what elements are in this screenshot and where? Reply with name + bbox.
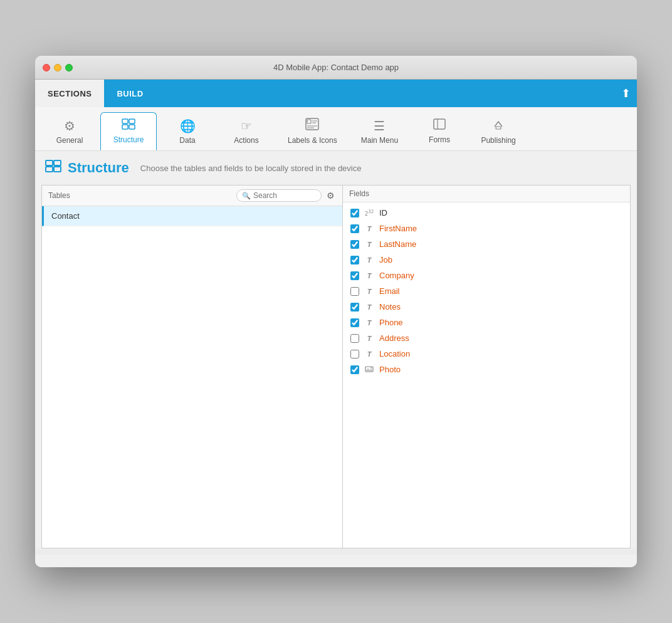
page-header: Structure Choose the tables and fields t… [35, 151, 637, 185]
svg-rect-3 [129, 125, 135, 129]
field-checkbox-phone[interactable] [350, 318, 359, 327]
field-name-job: Job [379, 255, 392, 264]
field-name-firstname: FirstName [379, 224, 417, 233]
maximize-button[interactable] [65, 64, 73, 71]
search-box[interactable]: 🔍 [236, 189, 322, 202]
field-checkbox-id[interactable] [350, 209, 359, 217]
svg-rect-12 [496, 127, 501, 129]
field-checkbox-job[interactable] [350, 256, 359, 264]
tab-actions-label: Actions [234, 136, 258, 145]
fields-label: Fields [349, 189, 369, 198]
tables-panel-header: Tables 🔍 ⚙ [42, 186, 342, 206]
svg-rect-13 [46, 160, 53, 165]
field-type-icon-lastname: T [364, 241, 374, 248]
structure-icon [122, 118, 135, 133]
page-description: Choose the tables and fields to be local… [140, 164, 362, 173]
minimize-button[interactable] [54, 64, 61, 71]
field-checkbox-lastname[interactable] [350, 240, 359, 249]
svg-rect-2 [122, 125, 128, 129]
tab-structure[interactable]: Structure [100, 112, 157, 150]
search-icon: 🔍 [242, 192, 251, 200]
window-title: 4D Mobile App: Contact Demo app [273, 63, 399, 72]
field-item-company: T Company [343, 268, 630, 283]
field-checkbox-email[interactable] [350, 287, 359, 296]
svg-rect-0 [122, 119, 128, 123]
field-item-firstname: T FirstName [343, 221, 630, 236]
tab-main-menu-label: Main Menu [361, 136, 398, 145]
field-item-address: T Address [343, 330, 630, 346]
tab-forms-label: Forms [429, 135, 450, 144]
svg-rect-10 [434, 119, 445, 129]
field-name-photo: Photo [379, 365, 401, 374]
svg-point-19 [370, 367, 372, 369]
field-name-notes: Notes [379, 302, 401, 312]
content-area: Structure Choose the tables and fields t… [35, 151, 637, 548]
field-checkbox-firstname[interactable] [350, 224, 359, 233]
field-type-icon-notes: T [364, 303, 374, 311]
field-type-icon-id: 232 [364, 209, 374, 217]
labels-icon [305, 118, 319, 134]
forms-icon [433, 118, 446, 133]
nav-tab-build[interactable]: BUILD [104, 80, 155, 107]
traffic-lights [43, 64, 73, 71]
field-type-icon-firstname: T [364, 225, 374, 233]
field-item-location: T Location [343, 346, 630, 362]
field-name-lastname: LastName [379, 239, 416, 249]
field-checkbox-notes[interactable] [350, 303, 359, 312]
tab-general[interactable]: ⚙ General [41, 112, 98, 150]
field-type-icon-location: T [364, 350, 374, 358]
table-item-contact[interactable]: Contact [42, 206, 342, 226]
main-menu-icon: ☰ [374, 118, 385, 134]
data-icon: 🌐 [180, 118, 196, 134]
fields-list: 232 ID T FirstName T LastName [343, 202, 630, 548]
field-type-icon-company: T [364, 272, 374, 280]
table-item-label: Contact [51, 211, 80, 221]
fields-panel: Fields 232 ID T FirstName [343, 186, 630, 548]
svg-rect-1 [129, 119, 135, 123]
nav-tab-sections[interactable]: SECTIONS [35, 80, 104, 107]
field-item-lastname: T LastName [343, 236, 630, 252]
field-name-location: Location [379, 349, 410, 359]
field-type-icon-job: T [364, 256, 374, 264]
tab-structure-label: Structure [113, 135, 144, 144]
search-input[interactable] [253, 191, 316, 200]
field-checkbox-photo[interactable] [350, 365, 359, 374]
fields-panel-header: Fields [343, 186, 630, 202]
app-window: 4D Mobile App: Contact Demo app SECTIONS… [35, 56, 637, 567]
gear-button[interactable]: ⚙ [325, 189, 336, 202]
section-tabs: ⚙ General Structure 🌐 Data ☞ Actions [35, 107, 637, 151]
tab-main-menu[interactable]: ☰ Main Menu [350, 112, 409, 150]
field-checkbox-address[interactable] [350, 334, 359, 343]
svg-rect-14 [54, 160, 61, 165]
field-checkbox-company[interactable] [350, 271, 359, 280]
tab-labels-icons[interactable]: Labels & Icons [277, 112, 348, 150]
actions-icon: ☞ [241, 118, 252, 134]
nav-right: ⬆ [621, 80, 637, 107]
tab-actions[interactable]: ☞ Actions [218, 112, 275, 150]
svg-rect-15 [46, 167, 53, 172]
tables-panel: Tables 🔍 ⚙ Contact [42, 186, 343, 548]
close-button[interactable] [43, 64, 50, 71]
field-name-id: ID [379, 208, 387, 217]
svg-marker-18 [365, 369, 373, 372]
tab-publishing[interactable]: Publishing [470, 112, 527, 150]
tab-data-label: Data [179, 136, 195, 145]
field-item-email: T Email [343, 283, 630, 299]
publishing-icon [492, 118, 505, 134]
tab-forms[interactable]: Forms [411, 112, 468, 150]
tables-list: Contact [42, 206, 342, 548]
upload-icon[interactable]: ⬆ [621, 86, 631, 100]
svg-rect-16 [54, 167, 61, 172]
main-panel: Tables 🔍 ⚙ Contact [41, 185, 631, 548]
structure-header-icon [45, 160, 61, 176]
field-name-email: Email [379, 286, 400, 296]
field-type-icon-photo [364, 365, 374, 374]
nav-bar: SECTIONS BUILD ⬆ [35, 80, 637, 107]
tab-data[interactable]: 🌐 Data [159, 112, 216, 150]
tab-labels-icons-label: Labels & Icons [288, 136, 337, 145]
tab-publishing-label: Publishing [481, 136, 515, 145]
page-title: Structure [68, 160, 129, 176]
field-item-phone: T Phone [343, 315, 630, 330]
field-type-icon-email: T [364, 288, 374, 295]
field-checkbox-location[interactable] [350, 350, 359, 359]
